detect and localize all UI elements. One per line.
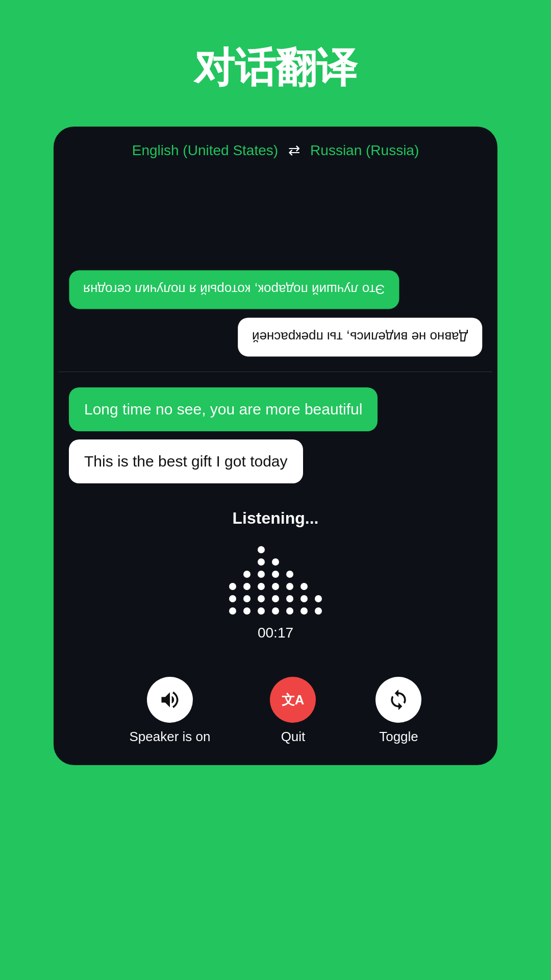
dot (315, 595, 322, 602)
flipped-message-2-wrapper: Давно не виделись, ты прекрасней (69, 317, 482, 356)
timer: 00:17 (258, 625, 293, 641)
dot (272, 558, 279, 566)
dot (286, 583, 293, 590)
flipped-message-2: Давно не виделись, ты прекрасней (238, 317, 482, 356)
dot (258, 595, 265, 602)
dot (272, 607, 279, 615)
dot (258, 546, 265, 553)
flipped-message-1: Это лучший подарок, который я получил се… (69, 270, 399, 309)
bottom-messages: Long time no see, you are more beautiful… (69, 387, 482, 483)
listening-section: Listening... (69, 494, 482, 667)
waveform-col-4 (272, 558, 279, 615)
dot (243, 595, 251, 602)
dot (258, 558, 265, 566)
dot (258, 607, 265, 615)
page-title: 对话翻译 (194, 41, 357, 96)
svg-text:文A: 文A (282, 692, 304, 707)
toggle-control[interactable]: Toggle (375, 677, 421, 745)
controls-bar: Speaker is on 文A Quit Toggle (69, 667, 482, 765)
speaker-button[interactable] (147, 677, 193, 723)
dot (286, 607, 293, 615)
dot (258, 583, 265, 590)
dot (258, 571, 265, 578)
dot (272, 595, 279, 602)
translate-icon: 文A (282, 689, 304, 711)
translation-card: English (United States) ⇄ Russian (Russi… (54, 127, 497, 765)
quit-label: Quit (281, 729, 306, 745)
listening-label: Listening... (233, 509, 319, 528)
dot (272, 583, 279, 590)
speaker-control[interactable]: Speaker is on (130, 677, 211, 745)
bottom-half: Long time no see, you are more beautiful… (54, 372, 497, 765)
top-messages: Это лучший подарок, который я получил се… (69, 169, 482, 361)
toggle-label: Toggle (379, 729, 418, 745)
dot (315, 607, 322, 615)
speaker-icon (159, 689, 181, 711)
toggle-icon (387, 689, 410, 711)
waveform-col-5 (286, 571, 293, 615)
language-bar: English (United States) ⇄ Russian (Russi… (69, 142, 482, 159)
waveform-col-2 (243, 571, 251, 615)
message-2: This is the best gift I got today (69, 439, 303, 483)
waveform-col-6 (300, 583, 308, 615)
waveform-col-3 (258, 546, 265, 615)
dot (300, 583, 308, 590)
dot (286, 571, 293, 578)
waveform-col-1 (229, 583, 236, 615)
dot (229, 583, 236, 590)
speaker-label: Speaker is on (130, 729, 211, 745)
waveform-col-7 (315, 595, 322, 615)
top-half: English (United States) ⇄ Russian (Russi… (54, 127, 497, 372)
dot (300, 607, 308, 615)
flipped-message-1-wrapper: Это лучший подарок, который я получил се… (69, 270, 482, 309)
dot (243, 583, 251, 590)
dot (300, 595, 308, 602)
swap-icon[interactable]: ⇄ (288, 142, 300, 159)
dot (243, 607, 251, 615)
dot (243, 571, 251, 578)
right-language: Russian (Russia) (310, 142, 419, 159)
dot (229, 607, 236, 615)
dot (229, 595, 236, 602)
message-1: Long time no see, you are more beautiful (69, 387, 378, 431)
waveform (229, 543, 322, 615)
quit-button[interactable]: 文A (270, 677, 316, 723)
dot (286, 595, 293, 602)
dot (272, 571, 279, 578)
left-language: English (United States) (132, 142, 278, 159)
quit-control[interactable]: 文A Quit (270, 677, 316, 745)
toggle-button[interactable] (375, 677, 421, 723)
